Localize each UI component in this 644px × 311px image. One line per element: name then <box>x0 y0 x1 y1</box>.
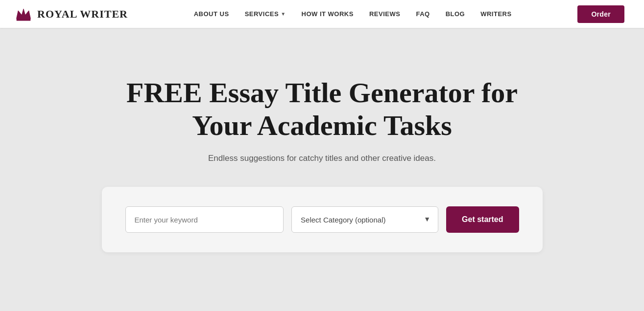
main-content: FREE Essay Title Generator for Your Acad… <box>0 28 644 311</box>
nav-blog[interactable]: Blog <box>446 10 465 18</box>
svg-marker-0 <box>17 9 31 19</box>
chevron-down-icon: ▼ <box>281 11 286 17</box>
tool-row: Select Category (optional) Argumentative… <box>125 206 519 233</box>
get-started-button[interactable]: Get started <box>446 206 519 233</box>
hero-title: FREE Essay Title Generator for Your Acad… <box>102 77 543 142</box>
main-nav: About Us Services ▼ How It Works Reviews… <box>194 10 512 18</box>
category-select[interactable]: Select Category (optional) Argumentative… <box>291 206 438 233</box>
nav-reviews[interactable]: Reviews <box>369 10 400 18</box>
category-select-wrapper: Select Category (optional) Argumentative… <box>291 206 438 233</box>
keyword-input[interactable] <box>125 206 284 233</box>
logo-text: Royal Writer <box>37 8 128 21</box>
nav-how-it-works[interactable]: How It Works <box>302 10 354 18</box>
tool-box: Select Category (optional) Argumentative… <box>102 187 543 252</box>
site-header: Royal Writer About Us Services ▼ How It … <box>0 0 644 28</box>
nav-services[interactable]: Services ▼ <box>245 10 286 18</box>
hero-subtitle: Endless suggestions for catchy titles an… <box>208 154 436 163</box>
logo-link[interactable]: Royal Writer <box>15 5 128 23</box>
crown-icon <box>15 5 32 23</box>
nav-writers[interactable]: Writers <box>480 10 511 18</box>
nav-faq[interactable]: FAQ <box>416 10 429 18</box>
order-button[interactable]: Order <box>577 5 624 23</box>
nav-about-us[interactable]: About Us <box>194 10 229 18</box>
svg-rect-1 <box>17 19 31 21</box>
